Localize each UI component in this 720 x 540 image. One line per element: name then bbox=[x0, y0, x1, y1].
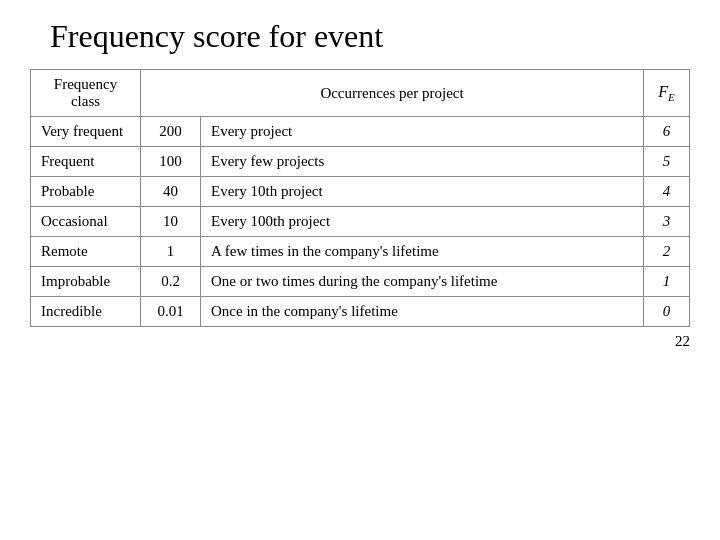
cell-class: Probable bbox=[31, 177, 141, 207]
cell-desc: Every few projects bbox=[201, 147, 644, 177]
cell-desc: Once in the company's lifetime bbox=[201, 297, 644, 327]
frequency-table: Frequency class Occurrences per project … bbox=[30, 69, 690, 327]
table-row: Remote 1 A few times in the company's li… bbox=[31, 237, 690, 267]
cell-score: 3 bbox=[644, 207, 690, 237]
header-occurrences: Occurrences per project bbox=[141, 70, 644, 117]
cell-score: 1 bbox=[644, 267, 690, 297]
table-row: Occasional 10 Every 100th project 3 bbox=[31, 207, 690, 237]
cell-occ: 100 bbox=[141, 147, 201, 177]
cell-class: Incredible bbox=[31, 297, 141, 327]
page-number: 22 bbox=[675, 333, 690, 350]
cell-class: Remote bbox=[31, 237, 141, 267]
table-row: Very frequent 200 Every project 6 bbox=[31, 117, 690, 147]
page-title: Frequency score for event bbox=[50, 18, 383, 55]
cell-desc: One or two times during the company's li… bbox=[201, 267, 644, 297]
table-row: Incredible 0.01 Once in the company's li… bbox=[31, 297, 690, 327]
cell-desc: Every 10th project bbox=[201, 177, 644, 207]
header-class: Frequency class bbox=[31, 70, 141, 117]
cell-occ: 0.2 bbox=[141, 267, 201, 297]
cell-desc: Every project bbox=[201, 117, 644, 147]
cell-occ: 200 bbox=[141, 117, 201, 147]
header-fe: FE bbox=[644, 70, 690, 117]
cell-class: Improbable bbox=[31, 267, 141, 297]
cell-occ: 1 bbox=[141, 237, 201, 267]
table-row: Probable 40 Every 10th project 4 bbox=[31, 177, 690, 207]
cell-desc: Every 100th project bbox=[201, 207, 644, 237]
cell-class: Very frequent bbox=[31, 117, 141, 147]
table-row: Frequent 100 Every few projects 5 bbox=[31, 147, 690, 177]
cell-score: 6 bbox=[644, 117, 690, 147]
cell-score: 0 bbox=[644, 297, 690, 327]
cell-score: 4 bbox=[644, 177, 690, 207]
cell-desc: A few times in the company's lifetime bbox=[201, 237, 644, 267]
cell-occ: 0.01 bbox=[141, 297, 201, 327]
cell-class: Frequent bbox=[31, 147, 141, 177]
cell-class: Occasional bbox=[31, 207, 141, 237]
cell-occ: 10 bbox=[141, 207, 201, 237]
cell-occ: 40 bbox=[141, 177, 201, 207]
table-row: Improbable 0.2 One or two times during t… bbox=[31, 267, 690, 297]
cell-score: 5 bbox=[644, 147, 690, 177]
cell-score: 2 bbox=[644, 237, 690, 267]
